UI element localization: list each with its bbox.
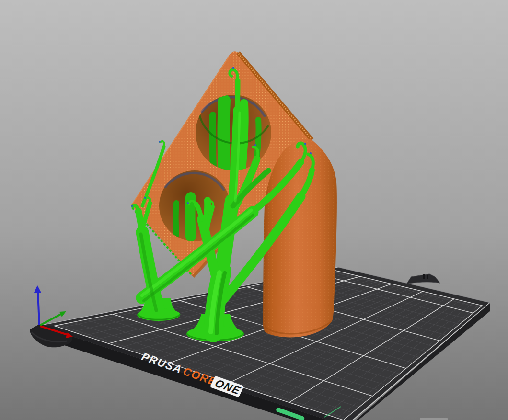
scene-canvas[interactable]: PRUSA CORE ONE bbox=[0, 0, 508, 420]
back-tab-notch bbox=[427, 275, 428, 279]
viewport-3d[interactable]: PRUSA CORE ONE bbox=[0, 0, 508, 420]
bottom-panel-edge[interactable] bbox=[420, 418, 448, 420]
support-branch bbox=[237, 80, 238, 113]
back-tab-notch bbox=[423, 274, 425, 279]
